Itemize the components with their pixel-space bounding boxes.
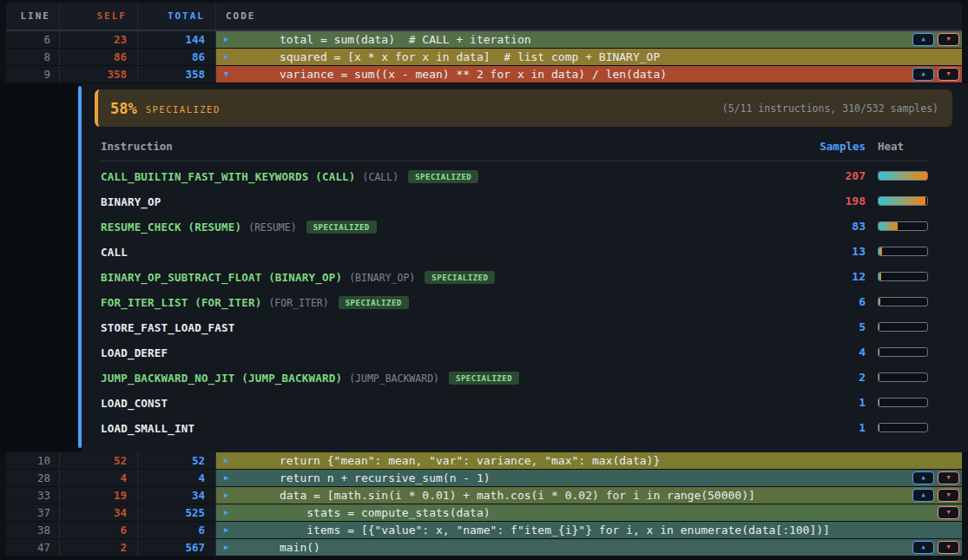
code-text: items = [{"value": x, "name": f"item_{i}… (239, 522, 830, 538)
instruction-rows: CALL_BUILTIN_FAST_WITH_KEYWORDS (CALL)(C… (101, 163, 928, 440)
instruction-row: LOAD_DEREF4 (101, 339, 928, 365)
code-cell[interactable]: ▶ stats = compute_stats(data)▼ (216, 504, 962, 521)
collapse-icon[interactable]: ▼ (224, 66, 228, 82)
heat-bar (878, 297, 928, 306)
instruction-name-cell: RESUME_CHECK (RESUME)(RESUME)SPECIALIZED (101, 218, 805, 235)
jump-down-button[interactable]: ▼ (938, 33, 959, 46)
code-rows-top: 623144▶ total = sum(data) # CALL + itera… (6, 31, 962, 83)
code-cell[interactable]: ▶ items = [{"value": x, "name": f"item_{… (216, 522, 962, 538)
instruction-name-cell: STORE_FAST_LOAD_FAST (101, 319, 805, 335)
expanded-line-detail: 58% SPECIALIZED (5/11 instructions, 310/… (0, 83, 968, 452)
instruction-name: JUMP_BACKWARD_NO_JIT (JUMP_BACKWARD) (101, 372, 342, 385)
expand-icon[interactable]: ▶ (224, 487, 228, 504)
expand-icon[interactable]: ▶ (224, 470, 228, 486)
instruction-row: CALL_BUILTIN_FAST_WITH_KEYWORDS (CALL)(C… (101, 163, 928, 188)
up-arrow-icon: ▲ (921, 487, 925, 504)
expand-icon[interactable]: ▶ (224, 539, 228, 556)
specialization-summary-card: 58% SPECIALIZED (5/11 instructions, 310/… (95, 89, 952, 127)
code-cell[interactable]: ▶ squared = [x * x for x in data] # list… (216, 49, 962, 65)
jump-down-button[interactable]: ▼ (938, 471, 959, 484)
line-number-cell: 9 (6, 66, 60, 82)
samples-count: 2 (805, 371, 866, 384)
jump-down-button[interactable]: ▼ (938, 489, 959, 502)
code-cell[interactable]: ▶ data = [math.sin(i * 0.01) + math.cos(… (216, 487, 962, 504)
up-arrow-icon: ▲ (921, 66, 925, 82)
instruction-name-cell: FOR_ITER_LIST (FOR_ITER)(FOR_ITER)SPECIA… (101, 293, 805, 311)
samples-count: 83 (805, 220, 866, 233)
samples-count: 13 (805, 245, 866, 258)
up-arrow-icon: ▲ (921, 539, 925, 556)
code-row: 9358358▼ variance = sum((x - mean) ** 2 … (6, 66, 962, 83)
col-header-self: SELF (60, 3, 138, 30)
line-number-cell: 47 (6, 539, 60, 556)
self-samples-cell: 86 (60, 49, 138, 65)
expand-icon[interactable]: ▶ (224, 522, 228, 538)
total-samples-cell: 4 (138, 470, 216, 486)
table-header-row: LINE SELF TOTAL CODE (6, 3, 962, 31)
instruction-name: RESUME_CHECK (RESUME) (101, 221, 241, 234)
instruction-name: STORE_FAST_LOAD_FAST (101, 321, 235, 334)
code-text: return {"mean": mean, "var": variance, "… (239, 452, 660, 469)
instruction-name-cell: JUMP_BACKWARD_NO_JIT (JUMP_BACKWARD)(JUM… (101, 369, 805, 386)
samples-count: 4 (805, 346, 866, 359)
instruction-name: LOAD_CONST (101, 397, 168, 410)
jump-up-button[interactable]: ▲ (912, 541, 934, 554)
code-row: 3734525▶ stats = compute_stats(data)▼ (6, 504, 962, 522)
instruction-family: (FOR_ITER) (268, 297, 328, 309)
heat-bar-fill (879, 424, 879, 432)
heat-bar (878, 171, 928, 181)
self-samples-cell: 52 (60, 452, 138, 469)
expand-icon[interactable]: ▶ (224, 452, 228, 469)
specialized-badge: SPECIALIZED (449, 372, 519, 385)
self-samples-cell: 19 (60, 487, 138, 504)
instruction-family: (RESUME) (248, 221, 296, 234)
code-cell[interactable]: ▶ return {"mean": mean, "var": variance,… (216, 452, 962, 469)
instruction-row: BINARY_OP_SUBTRACT_FLOAT (BINARY_OP)(BIN… (101, 264, 928, 289)
up-arrow-icon: ▲ (921, 470, 925, 486)
down-arrow-icon: ▼ (946, 487, 950, 504)
code-cell[interactable]: ▶ main()▲▼ (216, 539, 962, 556)
col-header-line: LINE (6, 3, 60, 30)
profiler-app: LINE SELF TOTAL CODE 623144▶ total = sum… (0, 0, 968, 560)
down-arrow-icon: ▼ (946, 504, 950, 521)
instruction-table-header: Instruction Samples Heat (101, 140, 928, 161)
heat-bar-fill (879, 298, 880, 306)
jump-down-button[interactable]: ▼ (938, 68, 959, 81)
expand-icon[interactable]: ▶ (224, 49, 228, 65)
jump-down-button[interactable]: ▼ (938, 541, 959, 554)
instruction-name: BINARY_OP (101, 195, 161, 208)
self-samples-cell: 6 (60, 522, 138, 538)
instruction-name: LOAD_SMALL_INT (101, 422, 194, 435)
jump-up-button[interactable]: ▲ (912, 471, 934, 484)
col-header-code: CODE (216, 3, 962, 30)
down-arrow-icon: ▼ (946, 66, 950, 82)
expand-icon[interactable]: ▶ (224, 31, 228, 48)
code-row: 331934▶ data = [math.sin(i * 0.01) + mat… (6, 487, 962, 504)
expand-icon[interactable]: ▶ (224, 504, 228, 521)
jump-up-button[interactable]: ▲ (912, 68, 934, 81)
line-number-cell: 8 (6, 49, 60, 65)
instruction-name-cell: CALL_BUILTIN_FAST_WITH_KEYWORDS (CALL)(C… (101, 168, 805, 185)
jump-up-button[interactable]: ▲ (912, 489, 934, 502)
code-cell[interactable]: ▶ return n + recursive_sum(n - 1)▲▼ (216, 470, 962, 486)
heat-bar-fill (879, 273, 881, 280)
instruction-family: (CALL) (363, 171, 399, 183)
heat-bar (878, 372, 928, 382)
heat-bar (878, 347, 928, 357)
line-number-cell: 38 (6, 522, 60, 538)
jump-up-button[interactable]: ▲ (912, 33, 934, 46)
instruction-name-cell: BINARY_OP_SUBTRACT_FLOAT (BINARY_OP)(BIN… (101, 268, 805, 286)
specialization-label: SPECIALIZED (146, 104, 221, 115)
heat-bar (878, 272, 928, 281)
down-arrow-icon: ▼ (946, 539, 950, 556)
jump-down-button[interactable]: ▼ (938, 506, 959, 519)
self-samples-cell: 358 (60, 66, 138, 82)
instruction-name-cell: LOAD_DEREF (101, 344, 805, 360)
instruction-row: JUMP_BACKWARD_NO_JIT (JUMP_BACKWARD)(JUM… (101, 365, 928, 390)
code-cell[interactable]: ▼ variance = sum((x - mean) ** 2 for x i… (216, 66, 962, 82)
heat-bar (878, 247, 928, 256)
instruction-row: CALL13 (101, 239, 928, 264)
code-row: 2844▶ return n + recursive_sum(n - 1)▲▼ (6, 470, 962, 487)
code-cell[interactable]: ▶ total = sum(data) # CALL + iteration▲▼ (216, 31, 962, 48)
heat-bar-fill (879, 172, 927, 180)
